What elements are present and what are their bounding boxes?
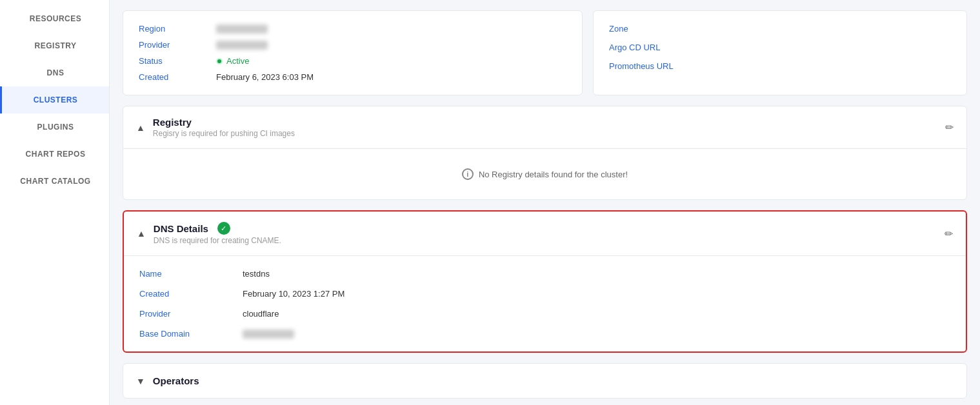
provider-label: Provider bbox=[139, 40, 216, 50]
registry-header: ▲ Registry Regisry is required for pushi… bbox=[123, 106, 966, 149]
dns-provider-row: Provider cloudflare bbox=[139, 309, 950, 319]
argo-cd-url-link[interactable]: Argo CD URL bbox=[609, 43, 951, 52]
dns-created-value: February 10, 2023 1:27 PM bbox=[243, 289, 345, 299]
dns-base-domain-label: Base Domain bbox=[139, 329, 243, 339]
sidebar-item-dns[interactable]: DNS bbox=[0, 59, 109, 86]
main-content: Region Provider Status Active bbox=[110, 0, 980, 405]
dns-verified-icon: ✓ bbox=[217, 222, 230, 235]
dns-edit-button[interactable]: ✏ bbox=[945, 228, 953, 240]
region-value bbox=[216, 25, 268, 34]
registry-empty-message: No Registry details found for the cluste… bbox=[479, 170, 628, 179]
registry-info-icon: i bbox=[462, 168, 474, 180]
sidebar-item-clusters[interactable]: CLUSTERS bbox=[0, 86, 109, 114]
operators-title: Operators bbox=[153, 375, 199, 386]
dns-created-label: Created bbox=[139, 289, 243, 299]
status-value: Active bbox=[216, 56, 249, 66]
region-row: Region bbox=[139, 24, 566, 34]
status-row: Status Active bbox=[139, 56, 566, 66]
dns-title: DNS Details bbox=[154, 223, 208, 234]
prometheus-url-link[interactable]: Promotheus URL bbox=[609, 61, 951, 71]
dns-base-domain-row: Base Domain bbox=[139, 329, 950, 339]
sidebar-item-chart-repos[interactable]: CHART REPOS bbox=[0, 141, 109, 168]
registry-empty-state: i No Registry details found for the clus… bbox=[123, 149, 966, 199]
registry-collapse-button[interactable]: ▲ bbox=[136, 123, 145, 133]
status-text: Active bbox=[226, 56, 249, 66]
dns-subtitle: DNS is required for creating CNAME. bbox=[154, 236, 945, 245]
created-label: Created bbox=[139, 72, 216, 82]
operators-section: ▼ Operators bbox=[123, 363, 967, 399]
registry-edit-button[interactable]: ✏ bbox=[945, 121, 954, 133]
dns-name-row: Name testdns bbox=[139, 269, 950, 279]
registry-section: ▲ Registry Regisry is required for pushi… bbox=[123, 106, 967, 200]
provider-row: Provider bbox=[139, 40, 566, 50]
status-label: Status bbox=[139, 56, 216, 66]
dns-name-value: testdns bbox=[243, 269, 270, 279]
sidebar-item-resources[interactable]: RESOURCES bbox=[0, 5, 109, 32]
region-label: Region bbox=[139, 24, 216, 34]
dns-name-label: Name bbox=[139, 269, 243, 279]
created-value: February 6, 2023 6:03 PM bbox=[216, 72, 314, 82]
cluster-details-box: Region Provider Status Active bbox=[123, 10, 583, 95]
dns-created-row: Created February 10, 2023 1:27 PM bbox=[139, 289, 950, 299]
operators-expand-button[interactable]: ▼ bbox=[136, 376, 145, 386]
dns-collapse-button[interactable]: ▲ bbox=[137, 228, 146, 239]
registry-subtitle: Regisry is required for pushing CI image… bbox=[153, 129, 945, 138]
zone-link[interactable]: Zone bbox=[609, 24, 951, 34]
sidebar: RESOURCES REGISTRY DNS CLUSTERS PLUGINS … bbox=[0, 0, 110, 405]
dns-provider-value: cloudflare bbox=[243, 309, 279, 319]
sidebar-item-plugins[interactable]: PLUGINS bbox=[0, 114, 109, 141]
sidebar-item-registry[interactable]: REGISTRY bbox=[0, 32, 109, 59]
dns-details-body: Name testdns Created February 10, 2023 1… bbox=[124, 256, 966, 351]
dns-provider-label: Provider bbox=[139, 309, 243, 319]
dns-section: ▲ DNS Details ✓ DNS is required for crea… bbox=[123, 210, 967, 353]
cluster-links-box: Zone Argo CD URL Promotheus URL bbox=[593, 10, 967, 95]
sidebar-item-chart-catalog[interactable]: CHART CATALOG bbox=[0, 168, 109, 195]
dns-base-domain-value bbox=[243, 330, 294, 339]
status-dot-icon bbox=[216, 58, 223, 64]
registry-title-group: Registry Regisry is required for pushing… bbox=[153, 117, 945, 138]
registry-title: Registry bbox=[153, 117, 945, 128]
operators-header: ▼ Operators bbox=[123, 364, 966, 398]
cluster-info-grid: Region Provider Status Active bbox=[123, 10, 967, 95]
created-row: Created February 6, 2023 6:03 PM bbox=[139, 72, 566, 82]
dns-title-group: DNS Details ✓ DNS is required for creati… bbox=[154, 222, 945, 245]
provider-value bbox=[216, 41, 268, 50]
dns-header: ▲ DNS Details ✓ DNS is required for crea… bbox=[124, 212, 966, 256]
